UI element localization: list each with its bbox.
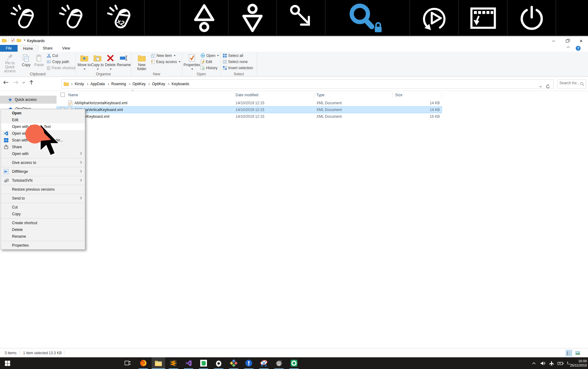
menu-item-rename[interactable]: Rename [1,233,85,240]
collapse-ribbon-button[interactable] [567,47,571,49]
menu-item-open-with-code[interactable]: Open with Code [1,130,85,137]
menu-item-give-access-to[interactable]: Give access to [1,159,85,166]
edit-button[interactable]: Edit [201,59,219,64]
properties-button[interactable]: Properties [183,52,201,71]
tab-share[interactable]: Share [38,45,57,52]
taskbar-snip-app[interactable] [257,357,271,369]
mouse-double-click-key[interactable]: x2 [97,0,145,36]
delete-button[interactable]: Delete [104,52,117,71]
details-view-button[interactable] [566,350,572,356]
column-header-name[interactable]: Name [68,93,78,97]
column-divider[interactable] [442,92,442,98]
tray-volume-button[interactable] [539,357,546,369]
menu-item-copy[interactable]: Copy [1,211,85,217]
tab-view[interactable]: View [57,45,75,52]
forward-button[interactable] [13,80,18,85]
menu-item-open[interactable]: Open [1,110,85,117]
taskbar-screentogif[interactable] [287,357,301,369]
taskbar-gimp[interactable] [272,357,286,369]
tab-home[interactable]: Home [18,45,38,52]
menu-item-edit[interactable]: Edit [1,117,85,123]
back-button[interactable] [3,80,9,85]
qat-new-folder-icon[interactable] [17,38,21,42]
column-divider[interactable] [392,92,393,98]
new-item-button[interactable]: New item [151,53,181,58]
file-row[interactable]: TrackerKeyboard.xml 14/10/2019 12:15 XML… [57,113,442,120]
up-button[interactable] [29,80,34,85]
menu-item-restore-previous-versions[interactable]: Restore previous versions [1,186,85,193]
menu-item-tortoisesvn[interactable]: TortoiseSVN [1,177,85,184]
easy-access-button[interactable]: Easy access [151,59,181,64]
taskbar-diamond-app[interactable] [227,357,240,369]
taskbar-file-explorer[interactable] [152,357,165,369]
column-header-type[interactable]: Type [316,93,324,97]
paste-button[interactable]: Paste [33,52,46,71]
menu-item-send-to[interactable]: Send to [1,195,85,202]
refresh-button[interactable] [546,84,550,89]
paste-shortcut-button[interactable]: Paste shortcut [47,65,75,70]
restore-button[interactable] [560,37,574,45]
open-button[interactable]: e Open [201,53,219,58]
taskbar-visual-studio[interactable] [182,357,195,369]
menu-item-open-with[interactable]: Open with [1,150,85,157]
search-input[interactable] [559,81,580,85]
breadcrumb-item[interactable]: OptiKey [131,82,148,86]
menu-item-cut[interactable]: Cut [1,204,85,211]
copy-button[interactable]: Copy [20,52,33,71]
address-box[interactable]: Kirsty AppData Roaming OptiKey OptiKey K… [62,79,554,89]
task-view-button[interactable] [121,357,134,369]
taskbar-pin-app[interactable] [242,357,256,369]
scroll-down-key[interactable] [228,0,277,36]
qat-properties-icon[interactable] [11,38,15,42]
column-header-date[interactable]: Date modified [236,93,258,97]
menu-item-delete[interactable]: Delete [1,226,85,233]
file-row[interactable]: AltAlphaHorizontalKeyboard.xml 14/10/201… [57,100,442,106]
qat-customize-caret[interactable] [24,40,26,41]
close-button[interactable]: ✕ [574,37,588,45]
tray-battery-button[interactable] [557,357,565,369]
scroll-up-key[interactable] [180,0,228,36]
column-header-size[interactable]: Size [395,93,402,97]
drag-key[interactable] [277,0,325,36]
taskbar-evernote[interactable] [197,357,210,369]
select-all-checkbox[interactable] [61,93,65,97]
magnify-key[interactable] [325,0,410,36]
taskbar-clock[interactable]: 16:00 25/11/2019 [570,359,587,367]
minimize-button[interactable] [546,37,560,45]
new-folder-button[interactable]: New folder [134,52,150,71]
minimise-keyboard-key[interactable] [459,0,507,36]
select-all-button[interactable]: Select all [223,53,253,58]
menu-item-open-with-sublime-text[interactable]: Open with Sublime Text [1,123,85,130]
start-button[interactable] [0,357,15,369]
taskbar-firefox[interactable] [137,357,150,369]
rename-button[interactable]: Rename [117,52,131,71]
menu-item-diffmerge[interactable]: DiffMerge [1,168,85,175]
breadcrumb-item[interactable]: Roaming [109,82,128,86]
history-button[interactable]: History [201,65,219,70]
menu-item-scan-with-windows-defender[interactable]: Scan with Windows Defender... [1,137,85,144]
breadcrumb-item[interactable]: Kirsty [73,82,86,86]
tray-airplane-mode-button[interactable] [548,357,555,369]
search-icon[interactable] [580,82,584,86]
thumbnail-view-button[interactable] [574,350,581,356]
menu-item-share[interactable]: Share [1,144,85,150]
move-to-button[interactable]: Move to [77,52,91,71]
file-row-selected[interactable]: AltAlphaVerticalKeyboard.xml 14/10/2019 … [57,106,442,113]
repeat-key[interactable] [410,0,459,36]
copy-path-button[interactable]: Copy path [47,59,75,64]
help-button[interactable]: ? [576,46,581,51]
cut-button[interactable]: Cut [47,53,75,58]
breadcrumb-item[interactable]: AppData [89,82,107,86]
copy-to-button[interactable]: Copy to [91,52,104,71]
invert-selection-button[interactable]: Invert selection [223,65,253,70]
address-dropdown-button[interactable] [539,85,542,87]
taskbar-settings[interactable] [212,357,225,369]
mouse-right-click-key[interactable] [48,0,97,36]
tab-file[interactable]: File [0,45,18,52]
sidebar-item-quick-access[interactable]: Quick access [0,96,57,104]
quit-key[interactable] [507,0,556,36]
menu-item-properties[interactable]: Properties [1,242,85,249]
taskbar-sublime-text[interactable] [167,357,180,369]
breadcrumb-item[interactable]: Keyboards [170,82,191,86]
select-none-button[interactable]: Select none [223,59,253,64]
